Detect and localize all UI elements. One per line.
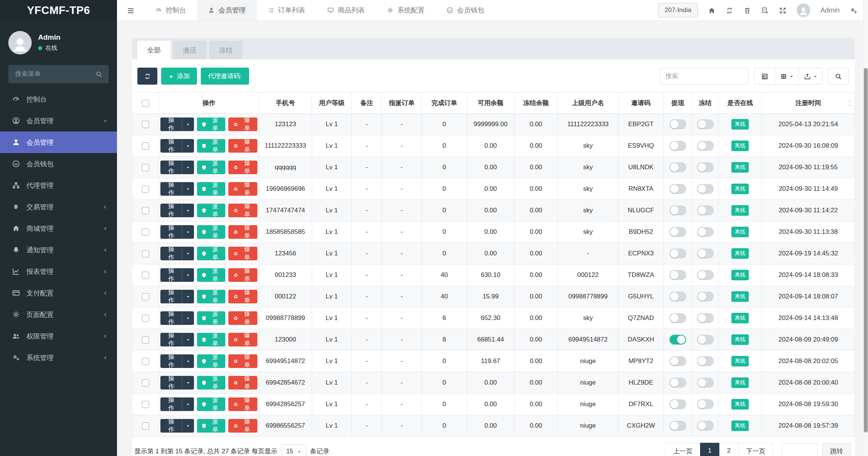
row-action-dropdown[interactable]: 操作: [160, 161, 194, 174]
freeze-toggle[interactable]: [697, 270, 714, 280]
withdraw-toggle[interactable]: [669, 335, 686, 345]
row-dispatch-button[interactable]: 派单: [197, 182, 225, 196]
agent-invite-code-button[interactable]: 代理邀请码:: [201, 68, 249, 85]
row-dispatch-button[interactable]: 派单: [197, 117, 225, 131]
sidebar-item-agent-management[interactable]: 代理管理: [0, 175, 117, 196]
topnav-item-product-list[interactable]: 商品列表: [316, 0, 376, 20]
row-dispatch-button[interactable]: 派单: [197, 397, 225, 411]
sidebar-item-member-management[interactable]: 会员管理: [0, 110, 117, 131]
freeze-toggle[interactable]: [697, 399, 714, 409]
pagination-next[interactable]: 下一页: [738, 443, 773, 456]
withdraw-toggle[interactable]: [669, 249, 686, 258]
row-action-dropdown[interactable]: 操作: [160, 354, 194, 368]
export-button[interactable]: [799, 68, 822, 84]
freeze-toggle[interactable]: [697, 119, 714, 129]
sidebar-item-permission-management[interactable]: 权限管理: [0, 325, 117, 347]
row-burst-button[interactable]: ♻爆单: [228, 354, 257, 368]
row-action-dropdown[interactable]: 操作: [160, 311, 194, 325]
withdraw-toggle[interactable]: [669, 399, 686, 409]
topnav-trash-button[interactable]: [743, 6, 751, 15]
row-burst-button[interactable]: ♻爆单: [228, 397, 257, 411]
sidebar-item-member-list[interactable]: 会员管理: [0, 131, 117, 153]
row-action-dropdown[interactable]: 操作: [160, 182, 194, 196]
refresh-button[interactable]: [137, 68, 157, 85]
topnav-item-member-management[interactable]: 会员管理: [197, 0, 257, 20]
row-dispatch-button[interactable]: 派单: [197, 225, 225, 239]
withdraw-toggle[interactable]: [669, 313, 686, 323]
row-checkbox[interactable]: [142, 358, 149, 365]
freeze-toggle[interactable]: [697, 378, 714, 388]
topnav-refresh-button[interactable]: [726, 6, 733, 15]
withdraw-toggle[interactable]: [669, 378, 686, 388]
row-action-dropdown[interactable]: 操作: [160, 290, 194, 303]
sidebar-search-input[interactable]: [14, 70, 92, 78]
freeze-toggle[interactable]: [697, 421, 714, 431]
row-dispatch-button[interactable]: 派单: [197, 419, 225, 433]
toggle-view-button[interactable]: [754, 68, 775, 84]
row-dispatch-button[interactable]: 派单: [197, 290, 225, 303]
freeze-toggle[interactable]: [697, 313, 714, 323]
freeze-toggle[interactable]: [697, 335, 714, 345]
jump-button[interactable]: 跳转: [822, 443, 851, 456]
settings-button[interactable]: [850, 6, 857, 15]
hamburger-menu-button[interactable]: [117, 0, 144, 20]
freeze-toggle[interactable]: [697, 227, 714, 237]
pagination-page-2[interactable]: 2: [719, 443, 739, 456]
region-button[interactable]: 207-India: [658, 3, 698, 17]
freeze-toggle[interactable]: [697, 292, 714, 301]
row-burst-button[interactable]: ♻爆单: [228, 333, 257, 346]
select-all-checkbox[interactable]: [142, 100, 149, 107]
row-dispatch-button[interactable]: 派单: [197, 204, 225, 217]
row-checkbox[interactable]: [142, 379, 149, 386]
column-header-13[interactable]: 注册时间: [762, 93, 855, 114]
row-checkbox[interactable]: [142, 315, 149, 322]
row-burst-button[interactable]: ♻爆单: [228, 204, 257, 217]
search-icon[interactable]: [95, 70, 103, 77]
sidebar-item-system-management[interactable]: 系统管理: [0, 347, 117, 368]
row-burst-button[interactable]: ♻爆单: [228, 247, 257, 260]
row-dispatch-button[interactable]: 派单: [197, 333, 225, 346]
row-burst-button[interactable]: ♻爆单: [228, 139, 257, 153]
scrollbar-thumb[interactable]: [864, 68, 868, 433]
row-dispatch-button[interactable]: 派单: [197, 311, 225, 325]
withdraw-toggle[interactable]: [669, 292, 686, 301]
sidebar-item-payment-config[interactable]: 支付配置: [0, 282, 117, 304]
topnav-item-order-list[interactable]: 订单列表: [257, 0, 316, 20]
withdraw-toggle[interactable]: [669, 206, 686, 215]
topnav-item-member-wallet[interactable]: cc会员钱包: [436, 0, 495, 20]
row-action-dropdown[interactable]: 操作: [160, 419, 194, 433]
freeze-toggle[interactable]: [697, 141, 714, 151]
freeze-toggle[interactable]: [697, 249, 714, 258]
row-burst-button[interactable]: ♻爆单: [228, 268, 257, 282]
row-burst-button[interactable]: ♻爆单: [228, 161, 257, 174]
withdraw-toggle[interactable]: [669, 162, 686, 172]
jump-page-input[interactable]: [782, 443, 818, 456]
row-checkbox[interactable]: [142, 293, 149, 300]
row-dispatch-button[interactable]: 派单: [197, 376, 225, 390]
row-dispatch-button[interactable]: 派单: [197, 354, 225, 368]
freeze-toggle[interactable]: [697, 184, 714, 194]
row-action-dropdown[interactable]: 操作: [160, 268, 194, 282]
topnav-item-system-config[interactable]: 系统配置: [376, 0, 436, 20]
withdraw-toggle[interactable]: [669, 227, 686, 237]
sidebar-item-trade-management[interactable]: ฿交易管理: [0, 196, 117, 218]
sidebar-item-page-config[interactable]: 页面配置: [0, 304, 117, 325]
row-checkbox[interactable]: [142, 164, 149, 171]
row-action-dropdown[interactable]: 操作: [160, 139, 194, 153]
row-burst-button[interactable]: ♻爆单: [228, 225, 257, 239]
row-action-dropdown[interactable]: 操作: [160, 376, 194, 390]
row-checkbox[interactable]: [142, 336, 149, 343]
row-checkbox[interactable]: [142, 229, 149, 236]
search-submit-button[interactable]: [828, 68, 849, 85]
withdraw-toggle[interactable]: [669, 421, 686, 431]
add-button[interactable]: 添加: [161, 68, 197, 85]
row-checkbox[interactable]: [142, 272, 149, 279]
pagination-page-1[interactable]: 1: [700, 443, 719, 456]
columns-button[interactable]: [775, 68, 799, 84]
freeze-toggle[interactable]: [697, 356, 714, 366]
row-checkbox[interactable]: [142, 142, 149, 150]
page-size-select[interactable]: 15: [281, 444, 306, 456]
sidebar-item-mall-management[interactable]: 商城管理: [0, 218, 117, 239]
table-search-input[interactable]: [660, 68, 749, 85]
row-checkbox[interactable]: [142, 401, 149, 408]
